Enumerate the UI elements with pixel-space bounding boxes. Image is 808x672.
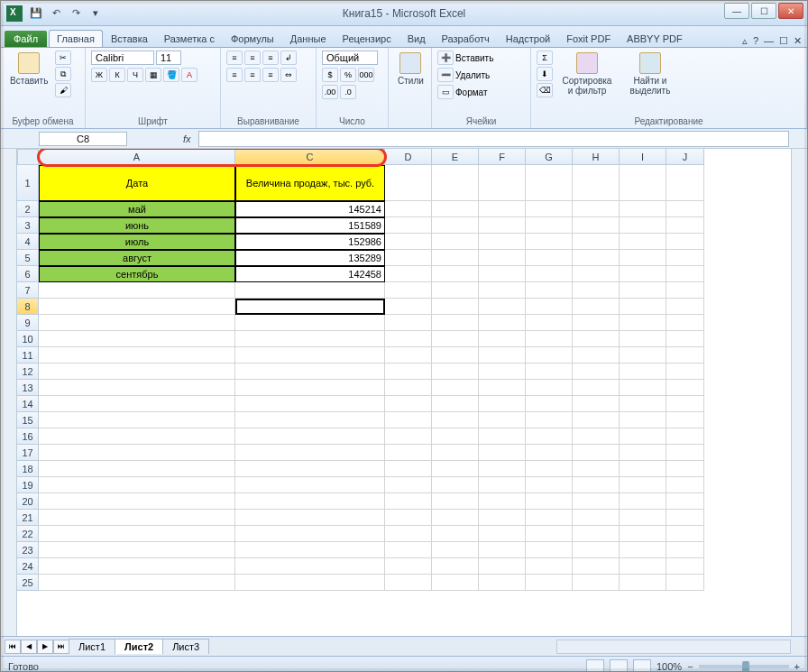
row-header-25[interactable]: 25 [17,575,39,591]
cell[interactable] [479,412,526,428]
column-header-A[interactable]: A [39,149,235,165]
sheet-nav-first[interactable]: ⏮ [5,640,21,654]
tab-надстрой[interactable]: Надстрой [498,30,558,47]
cell[interactable] [385,250,432,266]
cell[interactable] [479,396,526,412]
row-header-19[interactable]: 19 [17,477,39,493]
cell[interactable] [666,201,704,217]
tab-foxit pdf[interactable]: Foxit PDF [558,30,619,47]
cell[interactable] [39,331,235,347]
sheet-nav-next[interactable]: ▶ [37,640,53,654]
cell[interactable] [573,266,620,282]
cell[interactable] [620,347,666,364]
insert-cells-button[interactable]: ➕ [437,51,454,65]
cell[interactable] [432,250,479,266]
cell[interactable] [479,282,526,299]
sort-filter-button[interactable]: Сортировка и фильтр [556,51,618,97]
cell[interactable] [573,542,620,558]
formula-input[interactable] [198,131,789,147]
cell[interactable] [573,428,620,445]
tab-главная[interactable]: Главная [49,30,103,47]
cell[interactable]: июнь [39,217,235,234]
cell[interactable] [479,250,526,266]
zoom-slider[interactable] [699,665,789,668]
italic-button[interactable]: К [109,68,125,82]
cell[interactable] [39,558,235,575]
mdi-close-icon[interactable]: ✕ [794,35,802,47]
tab-формулы[interactable]: Формулы [223,30,282,47]
cell[interactable] [432,542,479,558]
cell[interactable] [573,461,620,477]
column-header-D[interactable]: D [385,149,432,165]
cell[interactable] [620,510,666,526]
cell[interactable] [479,201,526,217]
cell[interactable] [526,250,573,266]
align-middle-button[interactable]: ≡ [244,51,261,65]
cell[interactable] [620,526,666,542]
cell[interactable] [666,558,704,575]
cell[interactable] [620,493,666,510]
cell[interactable] [385,217,432,234]
cell[interactable] [573,250,620,266]
cell[interactable] [385,558,432,575]
sheet-tab-Лист1[interactable]: Лист1 [69,639,115,654]
mdi-max-icon[interactable]: ☐ [779,35,788,47]
cell[interactable] [479,558,526,575]
cut-button[interactable]: ✂ [55,51,71,65]
cell[interactable] [666,477,704,493]
cell[interactable] [39,364,235,380]
cell[interactable] [479,575,526,591]
row-header-18[interactable]: 18 [17,461,39,477]
cell[interactable] [526,331,573,347]
cell-grid[interactable]: ДатаВеличина продаж, тыс. руб.май145214и… [39,165,791,636]
cell[interactable] [666,428,704,445]
cell[interactable] [526,428,573,445]
cell[interactable]: май [39,201,235,217]
row-header-3[interactable]: 3 [17,217,39,234]
column-header-C[interactable]: C [235,149,385,165]
cell[interactable] [432,299,479,315]
cell[interactable] [235,461,385,477]
cell[interactable] [432,412,479,428]
view-normal-button[interactable] [586,659,604,673]
qat-more-icon[interactable]: ▾ [87,5,104,22]
cell[interactable] [235,510,385,526]
align-center-button[interactable]: ≡ [244,68,261,82]
cell[interactable] [620,380,666,396]
find-select-button[interactable]: Найти и выделить [621,51,679,97]
wrap-text-button[interactable]: ↲ [280,51,297,65]
row-header-13[interactable]: 13 [17,380,39,396]
row-header-12[interactable]: 12 [17,364,39,380]
cell[interactable] [479,461,526,477]
cell[interactable] [235,380,385,396]
cell[interactable] [573,380,620,396]
cell[interactable] [573,412,620,428]
column-header-I[interactable]: I [620,149,666,165]
cell[interactable]: август [39,250,235,266]
cell[interactable] [573,282,620,299]
cell[interactable] [432,493,479,510]
cell[interactable] [39,542,235,558]
cell[interactable] [620,165,666,201]
cell[interactable] [526,380,573,396]
row-header-14[interactable]: 14 [17,396,39,412]
cell[interactable]: июль [39,234,235,250]
cell[interactable] [479,234,526,250]
cell[interactable] [39,299,235,315]
tab-разработч[interactable]: Разработч [434,30,498,47]
cell[interactable] [479,477,526,493]
cell[interactable] [385,428,432,445]
cell[interactable] [573,201,620,217]
border-button[interactable]: ▦ [145,68,161,82]
column-header-E[interactable]: E [432,149,479,165]
cell[interactable] [385,510,432,526]
cell[interactable] [39,282,235,299]
cell[interactable] [666,461,704,477]
cell[interactable] [432,234,479,250]
tab-вид[interactable]: Вид [399,30,434,47]
cell[interactable] [479,331,526,347]
cell[interactable] [385,396,432,412]
cell[interactable] [432,396,479,412]
cell[interactable] [526,234,573,250]
tab-рецензирс[interactable]: Рецензирс [335,30,399,47]
